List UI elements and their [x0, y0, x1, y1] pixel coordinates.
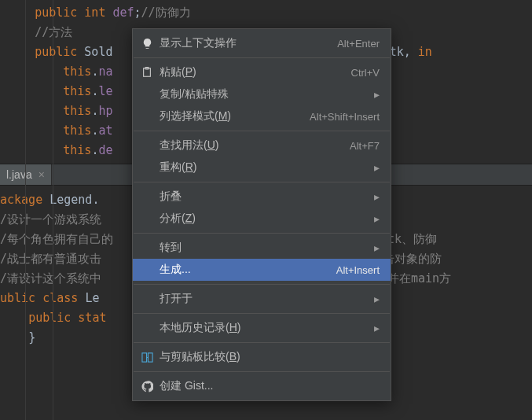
menu-item[interactable]: 重构(R)▸	[133, 157, 391, 179]
menu-item[interactable]: 粘贴(P)Ctrl+V	[133, 61, 391, 83]
github-icon	[139, 381, 155, 392]
menu-item-label: 打开于	[160, 292, 372, 306]
menu-separator	[134, 233, 390, 234]
menu-item-label: 重构(R)	[160, 160, 372, 175]
chevron-right-icon: ▸	[372, 241, 380, 254]
menu-separator	[134, 371, 390, 372]
diff-icon	[139, 352, 155, 363]
menu-item[interactable]: 打开于▸	[133, 288, 391, 310]
svg-rect-3	[148, 352, 152, 361]
menu-item-shortcut: Alt+Insert	[336, 264, 380, 276]
tab-label: l.java	[6, 168, 32, 181]
menu-item[interactable]: 复制/粘贴特殊▸	[133, 83, 391, 105]
menu-item[interactable]: 显示上下文操作Alt+Enter	[133, 32, 391, 54]
menu-item[interactable]: 创建 Gist...	[133, 375, 391, 397]
chevron-right-icon: ▸	[372, 212, 380, 225]
menu-item-label: 折叠	[160, 190, 372, 204]
chevron-right-icon: ▸	[372, 190, 380, 203]
menu-separator	[134, 313, 390, 314]
menu-item-label: 分析(Z)	[160, 212, 372, 226]
menu-item-shortcut: Alt+Enter	[337, 38, 380, 50]
menu-item-label: 创建 Gist...	[160, 379, 380, 393]
menu-item-label: 与剪贴板比较(B)	[160, 350, 380, 364]
menu-item[interactable]: 本地历史记录(H)▸	[133, 317, 391, 339]
menu-item[interactable]: 与剪贴板比较(B)	[133, 346, 391, 368]
svg-rect-2	[141, 352, 146, 361]
menu-item-label: 粘贴(P)	[160, 65, 351, 79]
chevron-right-icon: ▸	[372, 322, 380, 334]
chevron-right-icon: ▸	[372, 88, 380, 101]
menu-item-label: 显示上下文操作	[160, 36, 337, 50]
menu-item[interactable]: 转到▸	[133, 237, 391, 259]
menu-separator	[134, 57, 390, 58]
menu-item[interactable]: 查找用法(U)Alt+F7	[133, 134, 391, 157]
menu-item-shortcut: Alt+Shift+Insert	[310, 111, 380, 123]
chevron-right-icon: ▸	[372, 293, 380, 305]
menu-item-label: 查找用法(U)	[160, 138, 350, 153]
menu-item[interactable]: 列选择模式(M)Alt+Shift+Insert	[133, 105, 391, 127]
menu-separator	[134, 182, 390, 182]
chevron-right-icon: ▸	[372, 161, 380, 174]
menu-item-shortcut: Alt+F7	[350, 140, 380, 152]
code-line: public int def;//防御力	[6, 3, 532, 23]
context-menu: 显示上下文操作Alt+Enter粘贴(P)Ctrl+V复制/粘贴特殊▸列选择模式…	[132, 28, 391, 401]
menu-item[interactable]: 分析(Z)▸	[133, 208, 391, 230]
menu-item-label: 生成...	[160, 263, 336, 277]
menu-item-label: 转到	[160, 241, 372, 255]
menu-item[interactable]: 折叠▸	[133, 186, 391, 208]
menu-item-shortcut: Ctrl+V	[351, 67, 380, 79]
close-icon[interactable]: ×	[39, 168, 45, 181]
bulb-icon	[139, 38, 155, 50]
menu-separator	[134, 284, 390, 285]
paste-icon	[139, 67, 155, 78]
menu-item[interactable]: 生成...Alt+Insert	[133, 259, 391, 281]
menu-item-label: 复制/粘贴特殊	[160, 87, 372, 101]
menu-separator	[134, 342, 390, 343]
menu-item-label: 本地历史记录(H)	[160, 321, 372, 335]
menu-separator	[134, 131, 390, 131]
menu-item-label: 列选择模式(M)	[160, 109, 310, 123]
